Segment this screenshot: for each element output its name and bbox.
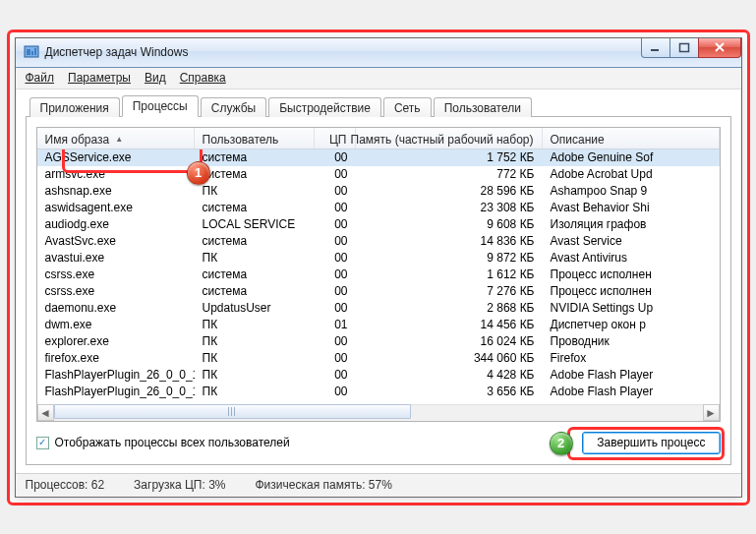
cell-user: ПК bbox=[195, 351, 315, 365]
cell-mem: 1 612 КБ bbox=[356, 267, 543, 281]
cell-desc: Диспетчер окон р bbox=[543, 318, 720, 331]
table-row[interactable]: firefox.exeПК00344 060 КБFirefox bbox=[37, 350, 720, 367]
tab-processes[interactable]: Процессы bbox=[122, 95, 199, 117]
cell-desc: Adobe Genuine Sof bbox=[543, 150, 720, 164]
cell-desc: Adobe Flash Player bbox=[543, 368, 720, 382]
cell-cpu: 00 bbox=[315, 184, 356, 198]
cell-mem: 1 752 КБ bbox=[356, 150, 543, 164]
cell-cpu: 00 bbox=[315, 351, 356, 365]
table-row[interactable]: aswidsagent.exeсистема0023 308 КБAvast B… bbox=[37, 200, 720, 216]
table-row[interactable]: FlashPlayerPlugin_26_0_0_1...ПК004 428 К… bbox=[37, 367, 720, 384]
cell-cpu: 00 bbox=[315, 251, 356, 265]
status-memory: Физическая память: 57% bbox=[256, 478, 392, 492]
cell-cpu: 00 bbox=[315, 368, 356, 382]
scroll-track[interactable] bbox=[54, 404, 703, 421]
scroll-thumb[interactable] bbox=[54, 404, 411, 419]
cell-user: ПК bbox=[195, 184, 315, 198]
cell-cpu: 00 bbox=[315, 267, 356, 281]
cell-user: LOCAL SERVICE bbox=[195, 217, 315, 231]
cell-name: explorer.exe bbox=[37, 334, 195, 348]
table-row[interactable]: audiodg.exeLOCAL SERVICE009 608 КБИзоляц… bbox=[37, 216, 720, 233]
tab-applications[interactable]: Приложения bbox=[29, 97, 120, 117]
cell-name: audiodg.exe bbox=[37, 217, 195, 231]
cell-desc: Процесс исполнен bbox=[543, 267, 720, 281]
table-row[interactable]: csrss.exeсистема007 276 КБПроцесс исполн… bbox=[37, 283, 720, 300]
table-row[interactable]: armsvc.exeсистема00772 КБAdobe Acrobat U… bbox=[37, 166, 720, 183]
cell-mem: 344 060 КБ bbox=[356, 351, 543, 365]
app-icon bbox=[24, 44, 39, 60]
table-row[interactable]: AGSService.exeсистема001 752 КБAdobe Gen… bbox=[37, 149, 720, 166]
svg-rect-4 bbox=[651, 49, 659, 51]
tab-users[interactable]: Пользователи bbox=[434, 97, 532, 117]
col-cpu[interactable]: ЦП bbox=[315, 128, 356, 148]
col-user[interactable]: Пользователь bbox=[195, 128, 315, 148]
table-row[interactable]: FlashPlayerPlugin_26_0_0_1...ПК003 656 К… bbox=[37, 384, 720, 400]
col-desc[interactable]: Описание bbox=[543, 128, 720, 148]
cell-user: система bbox=[195, 267, 315, 281]
col-mem[interactable]: Память (частный рабочий набор) bbox=[356, 128, 543, 148]
cell-user: UpdatusUser bbox=[195, 301, 315, 315]
cell-user: ПК bbox=[195, 334, 315, 348]
minimize-button[interactable] bbox=[641, 38, 670, 58]
cell-user: система bbox=[195, 150, 315, 164]
horizontal-scrollbar[interactable]: ◄ ► bbox=[37, 404, 720, 421]
end-process-button[interactable]: Завершить процесс bbox=[582, 432, 720, 454]
cell-name: daemonu.exe bbox=[37, 301, 195, 315]
svg-rect-1 bbox=[27, 49, 30, 55]
titlebar[interactable]: Диспетчер задач Windows bbox=[16, 38, 741, 68]
process-table: Имя образа▲ Пользователь ЦП Память (част… bbox=[36, 127, 721, 422]
status-cpu: Загрузка ЦП: 3% bbox=[134, 478, 225, 492]
cell-cpu: 01 bbox=[315, 318, 356, 331]
task-manager-window: Диспетчер задач Windows Файл Параметры В… bbox=[15, 37, 742, 498]
annotation-badge-2: 2 bbox=[550, 432, 573, 455]
close-button[interactable] bbox=[698, 38, 741, 58]
table-row[interactable]: daemonu.exeUpdatusUser002 868 КБNVIDIA S… bbox=[37, 300, 720, 317]
show-all-users-checkbox[interactable]: ✓ Отображать процессы всех пользователей bbox=[36, 436, 290, 449]
cell-desc: Adobe Flash Player bbox=[543, 385, 720, 398]
cell-user: система bbox=[195, 284, 315, 298]
table-row[interactable]: avastui.exeПК009 872 КБAvast Antivirus bbox=[37, 250, 720, 267]
table-row[interactable]: explorer.exeПК0016 024 КБПроводник bbox=[37, 333, 720, 350]
svg-rect-5 bbox=[679, 43, 688, 51]
menu-file[interactable]: Файл bbox=[26, 71, 55, 85]
cell-mem: 9 872 КБ bbox=[356, 251, 543, 265]
cell-user: ПК bbox=[195, 251, 315, 265]
table-row[interactable]: dwm.exeПК0114 456 КБДиспетчер окон р bbox=[37, 317, 720, 333]
table-body[interactable]: 1 AGSService.exeсистема001 752 КБAdobe G… bbox=[37, 149, 720, 404]
status-processes: Процессов: 62 bbox=[26, 478, 105, 492]
window-controls bbox=[642, 38, 741, 58]
cell-desc: Avast Antivirus bbox=[543, 251, 720, 265]
menubar: Файл Параметры Вид Справка bbox=[16, 68, 741, 89]
menu-help[interactable]: Справка bbox=[180, 71, 226, 85]
svg-rect-3 bbox=[34, 48, 36, 55]
tab-performance[interactable]: Быстродействие bbox=[268, 97, 381, 117]
tab-services[interactable]: Службы bbox=[201, 97, 266, 117]
table-header: Имя образа▲ Пользователь ЦП Память (част… bbox=[37, 128, 720, 149]
col-name[interactable]: Имя образа▲ bbox=[37, 128, 195, 148]
menu-options[interactable]: Параметры bbox=[68, 71, 131, 85]
cell-user: ПК bbox=[195, 368, 315, 382]
cell-mem: 2 868 КБ bbox=[356, 301, 543, 315]
cell-mem: 7 276 КБ bbox=[356, 284, 543, 298]
cell-desc: Процесс исполнен bbox=[543, 284, 720, 298]
cell-desc: Firefox bbox=[543, 351, 720, 365]
checkbox-label: Отображать процессы всех пользователей bbox=[55, 436, 290, 449]
maximize-button[interactable] bbox=[669, 38, 699, 58]
sort-asc-icon: ▲ bbox=[115, 135, 123, 144]
cell-name: csrss.exe bbox=[37, 284, 195, 298]
cell-name: AGSService.exe bbox=[37, 150, 195, 164]
cell-user: система bbox=[195, 234, 315, 248]
cell-cpu: 00 bbox=[315, 385, 356, 398]
table-row[interactable]: ashsnap.exeПК0028 596 КБAshampoo Snap 9 bbox=[37, 183, 720, 200]
cell-mem: 4 428 КБ bbox=[356, 368, 543, 382]
table-row[interactable]: AvastSvc.exeсистема0014 836 КБAvast Serv… bbox=[37, 233, 720, 250]
cell-cpu: 00 bbox=[315, 217, 356, 231]
menu-view[interactable]: Вид bbox=[145, 71, 166, 85]
scroll-right-icon[interactable]: ► bbox=[703, 404, 720, 421]
cell-mem: 9 608 КБ bbox=[356, 217, 543, 231]
cell-desc: Изоляция графов bbox=[543, 217, 720, 231]
scroll-left-icon[interactable]: ◄ bbox=[37, 404, 54, 421]
tab-network[interactable]: Сеть bbox=[383, 97, 432, 117]
table-row[interactable]: csrss.exeсистема001 612 КБПроцесс исполн… bbox=[37, 267, 720, 283]
cell-mem: 14 836 КБ bbox=[356, 234, 543, 248]
